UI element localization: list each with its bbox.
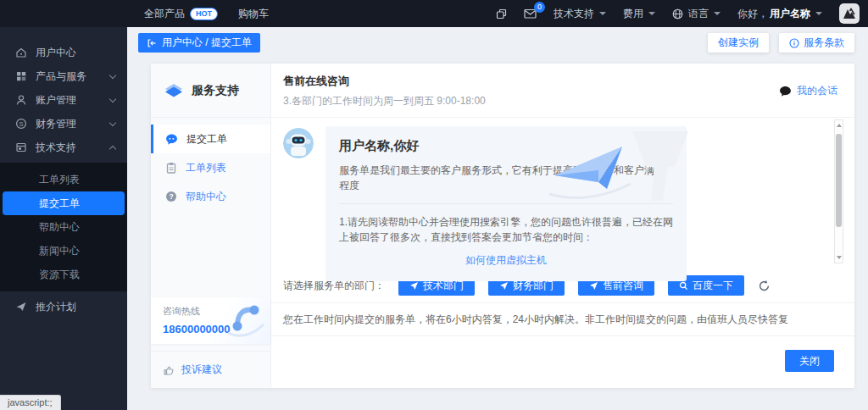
language-dropdown-label: 语言 xyxy=(688,7,709,21)
sidebar-item-user-center[interactable]: 用户中心 xyxy=(0,41,127,64)
sidebar-item-label: 用户中心 xyxy=(36,46,115,60)
sidebar-item-label: 技术支持 xyxy=(36,141,102,155)
service-support-header: 服务支持 xyxy=(151,64,270,118)
support-menu-help-center[interactable]: ? 帮助中心 xyxy=(151,182,270,211)
robot-avatar xyxy=(283,128,314,158)
support-menu-label: 工单列表 xyxy=(186,161,226,175)
topbar-right-nav: 0 技术支持 费用 语言 你好， 用户名称 xyxy=(496,3,860,24)
cart-label: 购物车 xyxy=(238,7,269,21)
chat-header: 售前在线咨询 3.各部门的工作时间为周一到周五 9:00-18:00 我的会话 xyxy=(271,64,854,118)
caret-down-icon xyxy=(599,12,606,15)
enter-icon xyxy=(147,38,157,48)
refresh-icon[interactable] xyxy=(758,280,771,292)
service-support-logo-icon xyxy=(163,82,185,99)
submenu-item-news-center[interactable]: 新闻中心 xyxy=(0,239,127,263)
billing-dropdown[interactable]: 费用 xyxy=(623,7,655,21)
submenu-item-downloads[interactable]: 资源下载 xyxy=(0,263,127,286)
send-icon xyxy=(409,281,419,291)
sla-text: 您在工作时间内提交的服务单，将在6小时内答复，24小时内解决。非工作时间提交的问… xyxy=(271,302,854,335)
feedback-button[interactable]: 投诉建议 xyxy=(151,351,270,388)
scrollbar-thumb[interactable] xyxy=(836,134,842,227)
bubble-divider xyxy=(339,203,673,204)
breadcrumb-label: 用户中心 / 提交工单 xyxy=(162,36,252,50)
greeting-text: 你好， xyxy=(737,7,768,21)
submenu-item-ticket-list[interactable]: 工单列表 xyxy=(0,168,127,191)
sidebar-item-referral[interactable]: 推介计划 xyxy=(0,295,127,319)
console-icon[interactable] xyxy=(496,8,507,19)
main-content: 用户中心 / 提交工单 创建实例 服务条款 服务支持 xyxy=(127,27,868,410)
topbar-left-nav: 全部产品 HOT 购物车 xyxy=(144,7,269,21)
chat-area: 售前在线咨询 3.各部门的工作时间为周一到周五 9:00-18:00 我的会话 … xyxy=(271,64,854,388)
submenu-item-label: 新闻中心 xyxy=(39,244,80,258)
chat-bubble-icon xyxy=(165,133,178,146)
scroll-down-arrow-icon[interactable] xyxy=(837,256,842,259)
phone-icon xyxy=(225,301,267,338)
all-products-link[interactable]: 全部产品 HOT xyxy=(144,7,218,21)
tech-support-submenu: 工单列表 提交工单 帮助中心 新闻中心 资源下载 xyxy=(0,163,127,291)
message-tip-text: 1.请先阅读帮助中心并合理使用搜索引擎，您的问题也许很普遍，已经在网上被回答了很… xyxy=(339,214,673,245)
chat-subtitle: 3.各部门的工作时间为周一到周五 9:00-18:00 xyxy=(283,94,486,108)
message-greeting-body: 服务单是我们最主要的客户服务形式，它有利于提高工作效率和客户满意程度 xyxy=(339,163,673,193)
chat-scrollbar[interactable] xyxy=(834,119,843,263)
user-avatar[interactable] xyxy=(839,3,860,24)
breadcrumb[interactable]: 用户中心 / 提交工单 xyxy=(138,33,260,53)
support-card: 服务支持 提交工单 工单列表 ? 帮助中心 咨询热线 186000 xyxy=(151,64,854,388)
service-support-title: 服务支持 xyxy=(192,83,239,98)
service-support-menu: 提交工单 工单列表 ? 帮助中心 xyxy=(151,118,270,211)
baidu-button-label: 百度一下 xyxy=(693,279,733,293)
username-text: 用户名称 xyxy=(770,7,810,21)
messages-button[interactable]: 0 xyxy=(524,8,537,19)
svg-text:S: S xyxy=(19,120,23,128)
virtual-host-link[interactable]: 如何使用虚拟主机 xyxy=(339,253,673,268)
topbar: 全部产品 HOT 购物车 0 技术支持 费用 语言 xyxy=(0,0,868,27)
submenu-item-submit-ticket[interactable]: 提交工单 xyxy=(3,191,125,215)
sidebar-item-finance[interactable]: S 财务管理 xyxy=(0,112,127,136)
all-products-label: 全部产品 xyxy=(144,7,185,21)
support-menu-submit-ticket[interactable]: 提交工单 xyxy=(151,125,270,153)
billing-dropdown-label: 费用 xyxy=(623,7,643,21)
sidebar-item-products[interactable]: 产品与服务 xyxy=(0,64,127,88)
finance-icon: S xyxy=(15,118,27,130)
language-dropdown[interactable]: 语言 xyxy=(672,7,721,21)
sidebar-item-label: 产品与服务 xyxy=(36,69,102,84)
chat-body: 用户名称,你好 服务单是我们最主要的客户服务形式，它有利于提高工作效率和客户满意… xyxy=(271,118,854,269)
my-sessions-label: 我的会话 xyxy=(797,84,837,98)
clipboard-icon xyxy=(165,162,177,174)
send-icon xyxy=(589,281,598,291)
globe-icon xyxy=(672,8,683,19)
create-instance-label: 创建实例 xyxy=(718,36,759,50)
sidebar-item-account[interactable]: 账户管理 xyxy=(0,88,127,112)
document-icon xyxy=(15,141,27,153)
message-count-badge: 0 xyxy=(534,2,545,13)
support-menu-label: 帮助中心 xyxy=(186,190,226,204)
submenu-item-label: 提交工单 xyxy=(39,197,80,211)
caret-down-icon xyxy=(714,12,721,15)
close-button-label: 关闭 xyxy=(799,354,820,368)
create-instance-button[interactable]: 创建实例 xyxy=(708,33,769,53)
support-dropdown-label: 技术支持 xyxy=(554,7,594,21)
chat-footer: 关闭 xyxy=(271,335,854,388)
sidebar-item-tech-support[interactable]: 技术支持 xyxy=(0,136,127,159)
user-dropdown[interactable]: 你好， 用户名称 xyxy=(737,7,822,21)
sidebar: 用户中心 产品与服务 账户管理 S 财务管理 技术支持 工单列表 提交工单 帮助… xyxy=(0,27,127,410)
sidebar-item-label: 账户管理 xyxy=(36,93,102,108)
support-menu-ticket-list[interactable]: 工单列表 xyxy=(151,153,270,182)
chevron-up-icon xyxy=(109,145,116,152)
hot-badge: HOT xyxy=(190,8,218,20)
support-dropdown[interactable]: 技术支持 xyxy=(554,7,606,21)
browser-status-text: javascript:; xyxy=(0,395,61,410)
submenu-item-help-center[interactable]: 帮助中心 xyxy=(0,215,127,239)
user-icon xyxy=(15,94,27,106)
caret-down-icon xyxy=(648,12,655,15)
scroll-up-arrow-icon[interactable] xyxy=(837,124,842,127)
close-button[interactable]: 关闭 xyxy=(785,350,834,372)
sessions-bubble-icon xyxy=(779,86,792,97)
submenu-item-label: 资源下载 xyxy=(39,268,80,282)
sidebar-item-label: 财务管理 xyxy=(36,117,102,131)
home-icon xyxy=(15,47,27,58)
sidebar-item-label: 推介计划 xyxy=(36,300,115,314)
terms-button[interactable]: 服务条款 xyxy=(779,33,854,53)
my-sessions-button[interactable]: 我的会话 xyxy=(779,84,837,98)
hotline-box: 咨询热线 18600000000 xyxy=(151,297,270,344)
cart-link[interactable]: 购物车 xyxy=(238,7,269,21)
